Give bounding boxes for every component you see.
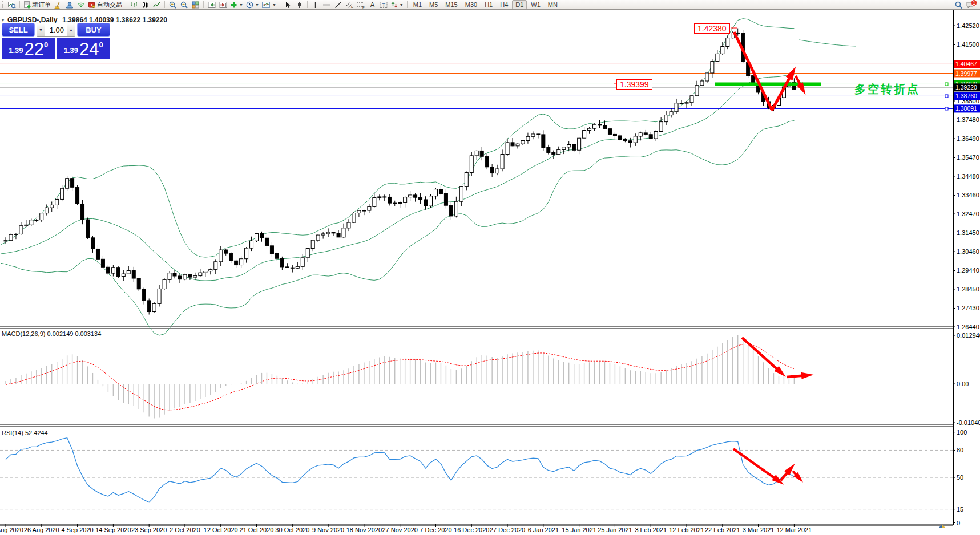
- rsi-pane: 1008050150: [0, 429, 967, 526]
- template-icon: [262, 1, 271, 9]
- timeframe-h1[interactable]: H1: [481, 0, 496, 9]
- autotrading-button[interactable]: 自动交易: [87, 0, 123, 9]
- svg-text:3 Feb 2021: 3 Feb 2021: [635, 526, 667, 533]
- chart-search-icon: [8, 1, 16, 9]
- indicator-plus-icon: [230, 1, 237, 9]
- separator: [407, 1, 408, 8]
- candlestick-chart-button[interactable]: [140, 0, 151, 9]
- timeframe-d1[interactable]: D1: [512, 0, 527, 9]
- timeframe-m1[interactable]: M1: [410, 0, 425, 9]
- clear-charts-button[interactable]: [53, 0, 63, 9]
- top-toolbar: 新订单 自动交易 ▼ ▼ ▼ E F A T ▼ M: [0, 0, 980, 10]
- dropdown-arrow-icon: ▼: [239, 3, 243, 7]
- svg-text:1.39977: 1.39977: [955, 70, 977, 77]
- sell-price-quote[interactable]: 1.39220: [2, 38, 55, 59]
- zoom-out-button[interactable]: [179, 0, 189, 9]
- panel-collapse-icon[interactable]: ▾: [2, 18, 4, 23]
- separator: [126, 1, 126, 8]
- volume-stepper: ▼ 1.00 ▲: [37, 23, 75, 37]
- svg-text:9 Nov 2020: 9 Nov 2020: [312, 526, 344, 533]
- candles: [4, 29, 796, 315]
- svg-text:1.28450: 1.28450: [957, 286, 979, 293]
- bar-chart-button[interactable]: [128, 0, 139, 9]
- line-chart-button[interactable]: [151, 0, 162, 9]
- chart-canvas[interactable]: 1.425201.415001.385001.374801.364901.354…: [0, 0, 980, 535]
- price-level-lines[interactable]: [0, 64, 953, 108]
- svg-text:16 Dec 2020: 16 Dec 2020: [454, 526, 489, 533]
- volume-increase-button[interactable]: ▲: [67, 23, 75, 36]
- signals-button[interactable]: [75, 0, 86, 9]
- fibonacci-button[interactable]: F: [356, 0, 366, 9]
- level-handle[interactable]: [945, 95, 948, 98]
- svg-text:1.34480: 1.34480: [957, 173, 979, 180]
- vertical-line-button[interactable]: [310, 0, 321, 9]
- tile-windows-button[interactable]: [190, 0, 201, 9]
- svg-text:1.41500: 1.41500: [957, 41, 979, 48]
- svg-text:1.42520: 1.42520: [957, 22, 979, 29]
- arrows-button[interactable]: ▼: [390, 0, 405, 9]
- price-axis[interactable]: 1.425201.415001.385001.374801.364901.354…: [953, 22, 980, 330]
- bars-icon: [130, 1, 138, 9]
- level-handle[interactable]: [945, 107, 948, 110]
- community-button[interactable]: [64, 0, 75, 9]
- svg-text:1.35470: 1.35470: [957, 154, 979, 161]
- timeframe-m5[interactable]: M5: [426, 0, 441, 9]
- chart-shift-button[interactable]: [206, 0, 217, 9]
- macd-indicator-label: MACD(12,26,9) 0.002149 0.003134: [2, 330, 101, 337]
- peak-price-label[interactable]: 1.42380: [694, 23, 730, 34]
- volume-value[interactable]: 1.00: [45, 23, 67, 36]
- candles-icon: [142, 1, 149, 9]
- svg-text:1.38091: 1.38091: [955, 105, 977, 112]
- buy-price-big: 24: [79, 42, 99, 57]
- timeframe-m30[interactable]: M30: [462, 0, 481, 9]
- level-handle[interactable]: [945, 83, 948, 86]
- svg-text:E: E: [351, 5, 353, 9]
- cursor-button[interactable]: [283, 0, 293, 9]
- svg-text:A: A: [370, 1, 374, 9]
- search-button[interactable]: [953, 0, 964, 9]
- svg-text:0.00: 0.00: [957, 380, 969, 387]
- sell-price-small: 1.39: [9, 46, 23, 55]
- svg-text:1.40467: 1.40467: [955, 60, 977, 67]
- cn-annotation-note[interactable]: 多空转折点: [854, 82, 920, 97]
- equidistant-channel-button[interactable]: E: [344, 0, 355, 9]
- timeframe-h4[interactable]: H4: [497, 0, 511, 9]
- market-watch-button[interactable]: [6, 0, 17, 9]
- chat-button[interactable]: 1: [965, 0, 975, 9]
- timeframe-w1[interactable]: W1: [527, 0, 544, 9]
- svg-text:1.39220: 1.39220: [955, 84, 977, 91]
- timeframe-mn[interactable]: MN: [545, 0, 561, 9]
- buy-button[interactable]: BUY: [77, 23, 110, 37]
- text-label-button[interactable]: T: [378, 0, 389, 9]
- template-button[interactable]: ▼: [261, 0, 277, 9]
- timeframe-m15[interactable]: M15: [442, 0, 461, 9]
- zoom-out-icon: [180, 1, 188, 9]
- svg-text:1.27430: 1.27430: [957, 305, 979, 311]
- rsi-indicator-label: RSI(14) 52.4244: [2, 429, 48, 436]
- trendline-icon: [334, 1, 342, 9]
- buy-price-sup: 0: [99, 40, 103, 49]
- text-button[interactable]: A: [367, 0, 378, 9]
- auto-scroll-button[interactable]: [217, 0, 228, 9]
- sell-button[interactable]: SELL: [2, 23, 35, 37]
- profile-cloud-icon: [66, 1, 74, 9]
- macd-name: MACD(12,26,9): [2, 330, 45, 337]
- svg-text:0: 0: [957, 520, 960, 526]
- crosshair-button[interactable]: [294, 0, 305, 9]
- buy-price-quote[interactable]: 1.39240: [57, 38, 111, 59]
- horizontal-line-button[interactable]: [321, 0, 332, 9]
- arrows-icon: [391, 1, 398, 9]
- one-click-trading-panel: SELL ▼ 1.00 ▲ BUY 1.39220 1.39240: [2, 23, 110, 59]
- svg-text:18 Nov 2020: 18 Nov 2020: [346, 526, 382, 533]
- chart-shift-icon: [208, 1, 216, 9]
- period-button[interactable]: ▼: [245, 0, 260, 9]
- zoom-in-button[interactable]: [167, 0, 178, 9]
- add-indicator-button[interactable]: ▼: [229, 0, 244, 9]
- buy-price-small: 1.39: [64, 46, 78, 55]
- rsi-name: RSI(14): [2, 429, 23, 436]
- volume-decrease-button[interactable]: ▼: [37, 23, 45, 36]
- support-price-label[interactable]: 1.39399: [616, 79, 652, 90]
- trendline-button[interactable]: [333, 0, 344, 9]
- toolbar-grip[interactable]: [2, 1, 5, 8]
- new-order-button[interactable]: 新订单: [22, 0, 52, 9]
